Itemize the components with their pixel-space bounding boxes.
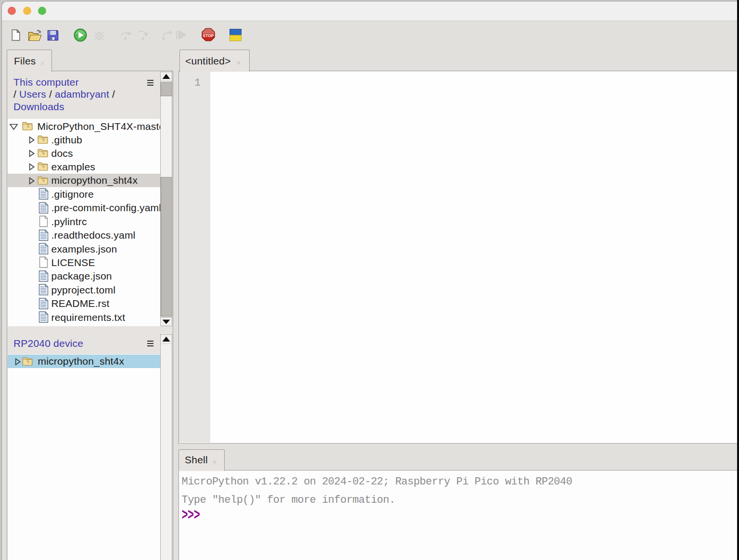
svg-text:STOP: STOP (203, 34, 214, 38)
